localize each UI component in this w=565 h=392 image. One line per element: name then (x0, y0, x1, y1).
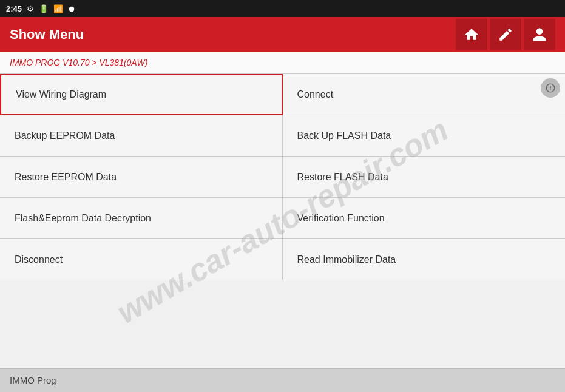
menu-item-restore-eeprom[interactable]: Restore EEPROM Data (0, 157, 283, 198)
content-area: www.car-auto-repair.com View Wiring Diag… (0, 73, 565, 368)
battery-icon: 🔋 (39, 4, 49, 13)
breadcrumb-text: IMMO PROG V10.70 > VL381(0AW) (10, 58, 147, 67)
signal-icon: 📶 (53, 4, 63, 13)
footer: IMMO Prog (0, 368, 565, 392)
menu-item-label: Connect (297, 89, 334, 100)
menu-item-label: View Wiring Diagram (16, 89, 106, 100)
menu-item-read-immobilizer[interactable]: Read Immobilizer Data (283, 239, 566, 280)
extra-icon: ⏺ (68, 4, 76, 13)
menu-item-connect[interactable]: Connect (283, 74, 566, 115)
edit-button[interactable] (490, 19, 521, 50)
home-button[interactable] (456, 19, 487, 50)
menu-item-verification[interactable]: Verification Function (283, 198, 566, 239)
menu-item-backup-eeprom[interactable]: Backup EEPROM Data (0, 115, 283, 157)
settings-icon: ⚙ (27, 4, 34, 13)
breadcrumb: IMMO PROG V10.70 > VL381(0AW) (0, 52, 565, 73)
page-title: Show Menu (10, 27, 84, 42)
menu-item-restore-flash[interactable]: Restore FLASH Data (283, 157, 566, 198)
menu-grid: View Wiring Diagram Connect Backup EEPRO… (0, 73, 565, 280)
menu-item-label: Backup EEPROM Data (15, 130, 115, 141)
menu-item-label: Restore FLASH Data (297, 172, 388, 183)
header: Show Menu (0, 17, 565, 52)
footer-text: IMMO Prog (10, 375, 56, 385)
scroll-indicator[interactable] (541, 78, 560, 98)
menu-item-label: Read Immobilizer Data (297, 254, 396, 265)
menu-item-label: Flash&Eeprom Data Decryption (15, 213, 151, 224)
menu-item-disconnect[interactable]: Disconnect (0, 239, 283, 280)
menu-item-label: Disconnect (15, 254, 63, 265)
header-icons (456, 19, 555, 50)
menu-item-backup-flash[interactable]: Back Up FLASH Data (283, 115, 566, 157)
profile-button[interactable] (524, 19, 555, 50)
menu-item-view-wiring-diagram[interactable]: View Wiring Diagram (0, 74, 283, 115)
menu-item-label: Back Up FLASH Data (297, 130, 391, 141)
status-time: 2:45 (6, 4, 22, 13)
menu-item-label: Restore EEPROM Data (15, 172, 117, 183)
menu-item-flash-eeprom-decrypt[interactable]: Flash&Eeprom Data Decryption (0, 198, 283, 239)
menu-item-label: Verification Function (297, 213, 385, 224)
